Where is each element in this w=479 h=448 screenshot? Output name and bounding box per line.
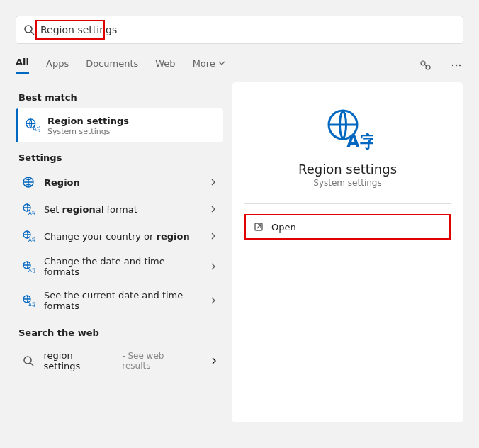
svg-text:A字: A字 — [28, 268, 35, 273]
svg-point-18 — [24, 357, 31, 364]
svg-text:A字: A字 — [28, 302, 35, 307]
best-match-heading: Best match — [18, 92, 223, 103]
settings-result-date-time-formats[interactable]: A字 Change the date and time formats — [16, 250, 223, 284]
globe-language-icon: A字 — [21, 202, 35, 216]
settings-result-regional-format[interactable]: A字 Set regional format — [16, 196, 223, 223]
settings-heading: Settings — [18, 152, 223, 163]
svg-point-5 — [456, 65, 457, 66]
detail-subtitle: System settings — [232, 178, 463, 188]
globe-language-icon: A字 — [21, 293, 35, 308]
settings-result-see-date-time-formats[interactable]: A字 See the current date and time formats — [16, 284, 223, 318]
svg-line-1 — [31, 32, 34, 35]
search-icon — [21, 354, 35, 368]
filter-tab-more-label: More — [193, 58, 215, 69]
web-result[interactable]: region settings - See web results — [16, 344, 223, 378]
filter-tab-more[interactable]: More — [193, 58, 225, 73]
svg-text:A字: A字 — [28, 211, 35, 215]
web-result-subtext: - See web results — [122, 351, 193, 371]
settings-result-label: Change your country or region — [44, 231, 201, 242]
best-match-title: Region settings — [47, 116, 129, 126]
settings-result-region[interactable]: Region — [16, 169, 223, 196]
svg-point-4 — [452, 65, 453, 66]
search-input[interactable] — [40, 24, 456, 35]
search-bar[interactable] — [16, 16, 463, 44]
best-match-subtitle: System settings — [47, 127, 129, 136]
search-icon — [23, 24, 35, 35]
svg-line-19 — [30, 363, 33, 366]
open-external-icon — [253, 221, 264, 233]
chevron-right-icon — [209, 296, 218, 305]
settings-result-label: Set regional format — [44, 204, 201, 215]
settings-result-label: Region — [44, 177, 201, 188]
settings-result-label: Change the date and time formats — [44, 256, 201, 277]
chevron-right-icon — [210, 357, 218, 364]
globe-language-icon-large: A字 — [323, 105, 373, 155]
svg-text:A字: A字 — [28, 237, 35, 242]
globe-language-icon: A字 — [21, 259, 35, 274]
search-web-heading: Search the web — [18, 327, 223, 338]
chevron-down-icon — [218, 60, 225, 67]
svg-text:A字: A字 — [33, 125, 40, 133]
web-result-text: region settings — [44, 350, 111, 371]
chevron-right-icon — [209, 205, 218, 213]
settings-result-label: See the current date and time formats — [44, 290, 201, 311]
svg-point-0 — [25, 26, 32, 33]
open-action[interactable]: Open — [244, 214, 451, 240]
svg-text:A字: A字 — [346, 132, 373, 152]
filter-tab-all[interactable]: All — [16, 57, 29, 74]
filter-tab-web[interactable]: Web — [155, 58, 175, 73]
chevron-right-icon — [209, 178, 218, 186]
search-options-icon[interactable] — [418, 58, 432, 72]
filter-tab-apps[interactable]: Apps — [46, 58, 69, 73]
svg-point-6 — [459, 65, 461, 66]
best-match-result[interactable]: A字 Region settings System settings — [16, 108, 223, 142]
detail-title: Region settings — [232, 162, 463, 177]
detail-pane: A字 Region settings System settings Open — [232, 82, 463, 422]
chevron-right-icon — [209, 262, 218, 271]
globe-icon — [21, 175, 35, 189]
results-column: Best match A字 Region settings System set… — [16, 82, 223, 378]
globe-language-icon: A字 — [25, 118, 40, 133]
open-action-label: Open — [271, 222, 296, 233]
chevron-right-icon — [209, 232, 218, 240]
divider — [244, 203, 451, 204]
overflow-menu-icon[interactable] — [449, 58, 463, 72]
settings-result-change-country[interactable]: A字 Change your country or region — [16, 223, 223, 250]
globe-language-icon: A字 — [21, 229, 35, 243]
filter-tabs: All Apps Documents Web More — [16, 57, 463, 74]
filter-tab-documents[interactable]: Documents — [86, 58, 138, 73]
